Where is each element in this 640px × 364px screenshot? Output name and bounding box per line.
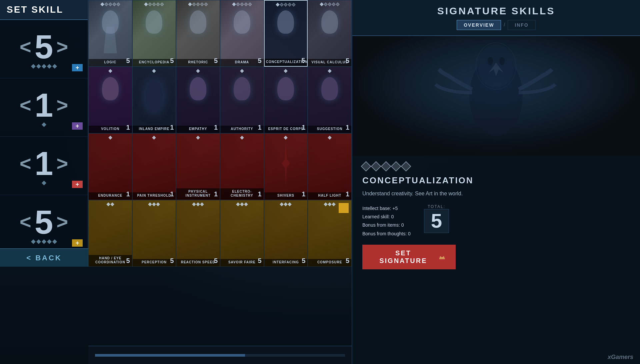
card-art-conceptualization	[265, 1, 307, 66]
figure-yellow	[176, 200, 220, 266]
row-control-4: < 5 > +	[0, 195, 88, 253]
set-signature-label: SET SIGNATURE	[372, 249, 434, 265]
skill-card-conceptualization[interactable]: CONCEPTUALIZATION 5	[264, 0, 308, 67]
diamond	[156, 2, 160, 6]
skill-card-rhetoric[interactable]: RHETORIC 5	[176, 0, 220, 67]
skill-card-composure[interactable]: COMPOSURE 5	[308, 200, 352, 267]
skill-card-empathy[interactable]: EMPATHY 1	[176, 67, 220, 133]
card-art-encyclopedia	[133, 0, 176, 66]
skill-card-volition[interactable]: VOLITION 1	[88, 67, 132, 133]
left-arrow-2[interactable]: <	[20, 94, 31, 117]
skill-card-encyclopedia[interactable]: ENCYCLOPEDIA 5	[132, 0, 176, 67]
card-level-hand-eye: 5	[126, 257, 130, 265]
card-diamonds	[176, 203, 220, 206]
back-button[interactable]: < BACK	[0, 248, 88, 267]
plus-button-3[interactable]: +	[72, 181, 83, 188]
skill-art-large	[352, 36, 640, 156]
skill-card-suggestion[interactable]: SUGGESTION 1	[308, 67, 352, 133]
card-art-empathy	[176, 67, 220, 133]
card-level-electro-chemistry: 1	[258, 190, 262, 198]
card-diamonds	[176, 3, 220, 6]
card-art-suggestion	[308, 67, 351, 133]
card-name-physical-instrument: PHYSICAL INSTRUMENT	[178, 190, 218, 198]
right-arrow-4[interactable]: >	[56, 210, 68, 233]
svg-point-2	[478, 44, 514, 88]
card-art-endurance	[89, 134, 132, 200]
diamond	[328, 2, 331, 6]
card-label-electro-chemistry: ELECTRO- CHEMISTRY	[220, 188, 264, 200]
skill-diamond	[391, 161, 401, 171]
right-arrow-2[interactable]: >	[56, 94, 68, 117]
dot	[47, 239, 51, 244]
card-level-pain-threshold: 1	[170, 190, 174, 198]
skill-card-electro-chemistry[interactable]: ELECTRO- CHEMISTRY 1	[220, 133, 264, 200]
diamond	[284, 136, 288, 139]
row-control-3: < 1 > +	[0, 137, 88, 195]
row-value-4: 5	[35, 205, 53, 239]
figure	[146, 10, 162, 34]
skill-description: Understand creativity. See Art in the wo…	[362, 190, 630, 198]
card-name-hand-eye: HAND / EYE COORDINATION	[90, 256, 131, 264]
skill-card-logic[interactable]: LOGIC 5	[88, 0, 132, 67]
skill-card-hand-eye[interactable]: HAND / EYE COORDINATION 5	[88, 200, 132, 267]
card-diamonds	[308, 70, 351, 72]
info-button[interactable]: INFO	[508, 20, 535, 30]
card-art-rhetoric	[176, 0, 220, 66]
card-name-encyclopedia: ENCYCLOPEDIA	[134, 60, 175, 64]
diamond	[292, 3, 296, 6]
diamond	[240, 136, 244, 139]
diamond	[320, 2, 323, 6]
skill-card-half-light[interactable]: HALF LIGHT 1	[308, 133, 352, 200]
diamond	[244, 2, 248, 6]
skill-card-authority[interactable]: AUTHORITY 1	[220, 67, 264, 133]
skill-card-esprit-de-corps[interactable]: ESPRIT DE CORPS 1	[264, 67, 308, 133]
total-label: TOTAL:	[424, 204, 449, 209]
diamond	[196, 202, 200, 206]
skill-diamonds-row	[362, 163, 630, 170]
card-art-visual-calculus	[308, 0, 351, 66]
skill-card-physical-instrument[interactable]: PHYSICAL INSTRUMENT 1	[176, 133, 220, 200]
plus-button-1[interactable]: +	[72, 64, 83, 71]
skill-card-drama[interactable]: DRAMA 5	[220, 0, 264, 67]
card-diamonds	[133, 70, 176, 72]
card-art-interfacing	[264, 200, 308, 266]
dot	[47, 64, 51, 69]
skill-diamond	[401, 161, 411, 171]
overview-button[interactable]: OVERVIEW	[457, 20, 501, 30]
plus-button-2[interactable]: +	[72, 122, 83, 130]
skill-card-shivers[interactable]: SHIVERS 1	[264, 133, 308, 200]
card-name-suggestion: SUGGESTION	[309, 127, 350, 131]
bottom-bar	[88, 346, 352, 364]
diamond	[332, 202, 335, 206]
left-arrow-4[interactable]: <	[20, 210, 31, 233]
scroll-track[interactable]	[95, 354, 345, 357]
diamond	[192, 202, 196, 206]
set-signature-button[interactable]: SET SIGNATURE	[362, 245, 456, 269]
card-name-empathy: EMPATHY	[178, 127, 218, 131]
diamond	[240, 69, 244, 73]
figure-yellow	[133, 200, 176, 266]
skill-card-pain-threshold[interactable]: PAIN THRESHOLD 1	[132, 133, 176, 200]
card-art-volition	[89, 67, 132, 133]
skill-card-reaction-speed[interactable]: REACTION SPEED 5	[176, 200, 220, 267]
diamond	[188, 2, 192, 6]
skill-card-inland-empire[interactable]: INLAND EMPIRE 1	[132, 67, 176, 133]
skill-card-interfacing[interactable]: INTERFACING 5	[264, 200, 308, 267]
plus-button-4[interactable]: +	[72, 239, 83, 247]
skill-card-visual-calculus[interactable]: VISUAL CALCULUS 5	[308, 0, 352, 67]
right-arrow-3[interactable]: >	[56, 152, 68, 175]
diamond	[284, 69, 288, 73]
skill-card-perception[interactable]: PERCEPTION 5	[132, 200, 176, 267]
skill-card-endurance[interactable]: ENDURANCE 1	[88, 133, 132, 200]
figure	[321, 77, 338, 100]
left-arrow-1[interactable]: <	[20, 35, 31, 58]
diamond	[280, 3, 284, 6]
card-level-encyclopedia: 5	[170, 57, 174, 65]
skill-card-savoir-faire[interactable]: SAVOIR FAIRE 5	[220, 200, 264, 267]
diamond	[112, 2, 116, 6]
right-arrow-1[interactable]: >	[56, 35, 68, 58]
card-diamonds	[89, 136, 132, 139]
card-art-inland-empire	[133, 67, 176, 133]
card-diamonds	[264, 136, 308, 139]
left-arrow-3[interactable]: <	[20, 152, 31, 175]
